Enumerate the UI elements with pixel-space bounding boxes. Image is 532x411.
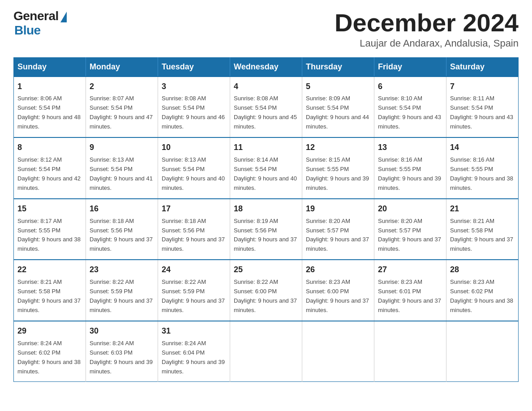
calendar-cell: 23 Sunrise: 8:22 AMSunset: 5:59 PMDaylig… <box>86 260 158 321</box>
day-number: 14 <box>450 141 515 154</box>
calendar-cell: 16 Sunrise: 8:18 AMSunset: 5:56 PMDaylig… <box>86 199 158 260</box>
day-number: 1 <box>17 81 82 93</box>
calendar-cell: 8 Sunrise: 8:12 AMSunset: 5:54 PMDayligh… <box>14 137 86 199</box>
day-header-monday: Monday <box>86 57 158 77</box>
calendar-cell: 9 Sunrise: 8:13 AMSunset: 5:54 PMDayligh… <box>86 137 158 199</box>
day-number: 7 <box>450 81 515 93</box>
location-text: Laujar de Andarax, Andalusia, Spain <box>335 38 519 49</box>
calendar-cell: 7 Sunrise: 8:11 AMSunset: 5:54 PMDayligh… <box>446 77 519 138</box>
day-number: 13 <box>378 141 442 154</box>
day-info: Sunrise: 8:22 AMSunset: 5:59 PMDaylight:… <box>162 278 225 313</box>
calendar-cell: 17 Sunrise: 8:18 AMSunset: 5:56 PMDaylig… <box>158 199 230 260</box>
day-number: 22 <box>17 264 82 276</box>
calendar-cell: 10 Sunrise: 8:13 AMSunset: 5:54 PMDaylig… <box>158 137 230 199</box>
calendar-cell: 3 Sunrise: 8:08 AMSunset: 5:54 PMDayligh… <box>158 77 230 138</box>
day-number: 3 <box>162 81 226 93</box>
logo-general-text: General <box>13 9 59 23</box>
calendar-cell: 12 Sunrise: 8:15 AMSunset: 5:55 PMDaylig… <box>302 137 374 199</box>
calendar-cell: 31 Sunrise: 8:24 AMSunset: 6:04 PMDaylig… <box>158 321 230 382</box>
title-section: December 2024 Laujar de Andarax, Andalus… <box>335 9 519 49</box>
day-header-saturday: Saturday <box>446 57 519 77</box>
calendar-cell: 14 Sunrise: 8:16 AMSunset: 5:55 PMDaylig… <box>446 137 519 199</box>
day-info: Sunrise: 8:22 AMSunset: 5:59 PMDaylight:… <box>90 278 153 313</box>
day-number: 5 <box>306 81 370 93</box>
calendar-cell <box>230 321 302 382</box>
day-number: 10 <box>162 141 226 154</box>
day-number: 4 <box>234 81 298 93</box>
day-info: Sunrise: 8:21 AMSunset: 5:58 PMDaylight:… <box>450 218 513 253</box>
day-info: Sunrise: 8:23 AMSunset: 6:00 PMDaylight:… <box>306 278 369 313</box>
day-number: 19 <box>306 203 370 215</box>
day-info: Sunrise: 8:24 AMSunset: 6:02 PMDaylight:… <box>17 340 81 375</box>
day-info: Sunrise: 8:20 AMSunset: 5:57 PMDaylight:… <box>306 218 369 253</box>
day-number: 27 <box>378 264 442 276</box>
day-info: Sunrise: 8:10 AMSunset: 5:54 PMDaylight:… <box>378 95 441 130</box>
day-number: 15 <box>17 203 82 215</box>
day-number: 8 <box>17 141 82 154</box>
day-info: Sunrise: 8:24 AMSunset: 6:04 PMDaylight:… <box>162 340 225 375</box>
calendar-cell <box>446 321 519 382</box>
day-info: Sunrise: 8:07 AMSunset: 5:54 PMDaylight:… <box>90 95 153 130</box>
day-info: Sunrise: 8:08 AMSunset: 5:54 PMDaylight:… <box>162 95 225 130</box>
day-number: 6 <box>378 81 442 93</box>
calendar-cell: 20 Sunrise: 8:20 AMSunset: 5:57 PMDaylig… <box>374 199 446 260</box>
day-info: Sunrise: 8:06 AMSunset: 5:54 PMDaylight:… <box>17 95 81 130</box>
month-title: December 2024 <box>335 9 519 37</box>
logo: General Blue <box>13 9 67 38</box>
day-header-friday: Friday <box>374 57 446 77</box>
calendar-table: SundayMondayTuesdayWednesdayThursdayFrid… <box>13 57 519 382</box>
day-info: Sunrise: 8:11 AMSunset: 5:54 PMDaylight:… <box>450 95 513 130</box>
day-number: 30 <box>90 325 154 338</box>
calendar-cell: 19 Sunrise: 8:20 AMSunset: 5:57 PMDaylig… <box>302 199 374 260</box>
calendar-cell <box>302 321 374 382</box>
calendar-week-row: 29 Sunrise: 8:24 AMSunset: 6:02 PMDaylig… <box>14 321 519 382</box>
day-info: Sunrise: 8:13 AMSunset: 5:54 PMDaylight:… <box>90 156 153 191</box>
day-number: 21 <box>450 203 515 215</box>
calendar-cell: 4 Sunrise: 8:08 AMSunset: 5:54 PMDayligh… <box>230 77 302 138</box>
day-number: 20 <box>378 203 442 215</box>
day-info: Sunrise: 8:17 AMSunset: 5:55 PMDaylight:… <box>17 218 81 253</box>
calendar-cell: 27 Sunrise: 8:23 AMSunset: 6:01 PMDaylig… <box>374 260 446 321</box>
calendar-cell: 11 Sunrise: 8:14 AMSunset: 5:54 PMDaylig… <box>230 137 302 199</box>
calendar-cell: 5 Sunrise: 8:09 AMSunset: 5:54 PMDayligh… <box>302 77 374 138</box>
day-number: 9 <box>90 141 154 154</box>
day-number: 23 <box>90 264 154 276</box>
day-number: 29 <box>17 325 82 338</box>
day-header-sunday: Sunday <box>14 57 86 77</box>
calendar-cell: 2 Sunrise: 8:07 AMSunset: 5:54 PMDayligh… <box>86 77 158 138</box>
logo-triangle-icon <box>60 12 67 22</box>
day-number: 24 <box>162 264 226 276</box>
day-info: Sunrise: 8:18 AMSunset: 5:56 PMDaylight:… <box>162 218 225 253</box>
calendar-week-row: 22 Sunrise: 8:21 AMSunset: 5:58 PMDaylig… <box>14 260 519 321</box>
calendar-cell: 6 Sunrise: 8:10 AMSunset: 5:54 PMDayligh… <box>374 77 446 138</box>
day-info: Sunrise: 8:19 AMSunset: 5:56 PMDaylight:… <box>234 218 297 253</box>
calendar-cell: 21 Sunrise: 8:21 AMSunset: 5:58 PMDaylig… <box>446 199 519 260</box>
day-info: Sunrise: 8:18 AMSunset: 5:56 PMDaylight:… <box>90 218 153 253</box>
day-number: 26 <box>306 264 370 276</box>
calendar-cell: 13 Sunrise: 8:16 AMSunset: 5:55 PMDaylig… <box>374 137 446 199</box>
day-header-thursday: Thursday <box>302 57 374 77</box>
day-number: 16 <box>90 203 154 215</box>
calendar-cell: 24 Sunrise: 8:22 AMSunset: 5:59 PMDaylig… <box>158 260 230 321</box>
day-number: 31 <box>162 325 226 338</box>
day-info: Sunrise: 8:12 AMSunset: 5:54 PMDaylight:… <box>17 156 81 191</box>
day-info: Sunrise: 8:14 AMSunset: 5:54 PMDaylight:… <box>234 156 297 191</box>
day-number: 17 <box>162 203 226 215</box>
day-info: Sunrise: 8:15 AMSunset: 5:55 PMDaylight:… <box>306 156 369 191</box>
day-number: 11 <box>234 141 298 154</box>
calendar-week-row: 15 Sunrise: 8:17 AMSunset: 5:55 PMDaylig… <box>14 199 519 260</box>
day-info: Sunrise: 8:23 AMSunset: 6:01 PMDaylight:… <box>378 278 441 313</box>
day-number: 2 <box>90 81 154 93</box>
calendar-cell: 30 Sunrise: 8:24 AMSunset: 6:03 PMDaylig… <box>86 321 158 382</box>
calendar-cell: 1 Sunrise: 8:06 AMSunset: 5:54 PMDayligh… <box>14 77 86 138</box>
page-header: General Blue December 2024 Laujar de And… <box>13 9 519 49</box>
day-info: Sunrise: 8:24 AMSunset: 6:03 PMDaylight:… <box>90 340 153 375</box>
day-info: Sunrise: 8:22 AMSunset: 6:00 PMDaylight:… <box>234 278 297 313</box>
day-number: 18 <box>234 203 298 215</box>
day-info: Sunrise: 8:21 AMSunset: 5:58 PMDaylight:… <box>17 278 81 313</box>
day-info: Sunrise: 8:08 AMSunset: 5:54 PMDaylight:… <box>234 95 297 130</box>
day-info: Sunrise: 8:16 AMSunset: 5:55 PMDaylight:… <box>450 156 513 191</box>
day-info: Sunrise: 8:09 AMSunset: 5:54 PMDaylight:… <box>306 95 369 130</box>
calendar-cell: 29 Sunrise: 8:24 AMSunset: 6:02 PMDaylig… <box>14 321 86 382</box>
day-info: Sunrise: 8:20 AMSunset: 5:57 PMDaylight:… <box>378 218 441 253</box>
